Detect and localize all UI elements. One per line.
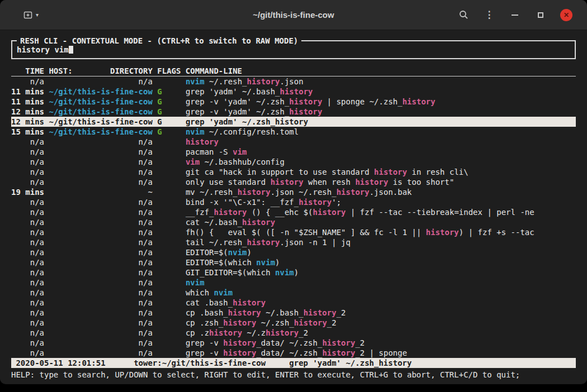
row-flags — [157, 178, 181, 187]
history-row[interactable]: n/a n/a cp .zhistory ~/.zhistory_2 — [11, 328, 576, 338]
row-flags: G — [157, 117, 181, 126]
gap — [181, 208, 185, 217]
history-row[interactable]: n/a n/a cat .bash_history — [11, 298, 576, 308]
history-row[interactable]: n/a n/a fh() { eval $( ([ -n "$ZSH_NAME"… — [11, 227, 576, 237]
history-row[interactable]: n/a n/a vim ~/.bashhub/config — [11, 157, 576, 167]
cmd-segment: history — [242, 218, 275, 227]
gap — [181, 248, 185, 257]
history-row[interactable]: n/a n/a EDITOR=$(nvim) — [11, 247, 576, 257]
gap — [181, 268, 185, 277]
row-time: 12 mins — [11, 117, 44, 126]
cmd-segment: history — [247, 238, 280, 247]
history-row[interactable]: 11 mins ~/git/this-is-fine-cow G grep -v… — [11, 97, 576, 107]
row-host: ~/git/this-is-fine-cow — [49, 97, 152, 106]
resh-search-box: RESH CLI - CONTEXTUAL MODE - (CTRL+R to … — [11, 40, 576, 59]
menu-button[interactable]: ⋮ — [483, 9, 495, 21]
history-row[interactable]: n/a n/a only use standard history when r… — [11, 177, 576, 187]
row-flags — [157, 228, 181, 237]
cmd-segment: () { __ehc $( — [247, 208, 313, 217]
search-button[interactable] — [457, 9, 470, 21]
history-row[interactable]: 15 mins ~/git/this-is-fine-cow G nvim ~/… — [11, 127, 576, 137]
cmd-segment: _data/ ~/.zsh_ — [256, 348, 322, 357]
history-row[interactable]: n/a n/a cp .zsh_history ~/.zsh_history_2 — [11, 318, 576, 328]
text-cursor — [69, 45, 73, 54]
row-host: n/a — [49, 157, 152, 166]
cmd-segment: history — [233, 298, 266, 307]
history-row[interactable]: n/a n/a grep -v history_data/ ~/.zsh_his… — [11, 338, 576, 348]
cmd-segment: ) — [275, 258, 280, 267]
history-row[interactable]: n/a n/a bind -x '"\C-x1": __fzf_history'… — [11, 197, 576, 207]
row-flags — [157, 318, 181, 327]
row-time: n/a — [11, 77, 44, 86]
cmd-segment: history — [228, 308, 261, 317]
history-row[interactable]: n/a n/a grep -v history_data/ ~/.zsh_his… — [11, 348, 576, 358]
cmd-segment: history — [266, 328, 299, 337]
history-row[interactable]: 12 mins ~/git/this-is-fine-cow G grep -v… — [11, 107, 576, 117]
cmd-segment: _2 | sponge — [355, 348, 407, 357]
row-time: n/a — [11, 328, 44, 337]
history-row[interactable]: n/a n/a pacman -S vim — [11, 147, 576, 157]
history-row[interactable]: n/a n/a GIT_EDITOR=$(which nvim) — [11, 267, 576, 278]
cmd-segment: only use standard — [186, 178, 271, 187]
history-row[interactable]: n/a n/a tail ~/.resh_history.json -n 1 |… — [11, 237, 576, 247]
cmd-segment: cp .zsh_ — [186, 318, 223, 327]
history-row[interactable]: n/a n/a EDITOR=$(which nvim) — [11, 257, 576, 267]
row-host: n/a — [49, 208, 152, 217]
chevron-down-icon: ▾ — [36, 12, 39, 18]
cmd-segment: is too short" — [388, 178, 454, 187]
row-time: n/a — [11, 348, 44, 357]
cmd-segment: ~/.zsh_ — [256, 318, 294, 327]
history-row[interactable]: n/a n/a cp .bash_history ~/.bash_history… — [11, 308, 576, 318]
history-row[interactable]: 12 mins ~/git/this-is-fine-cow G grep 'y… — [11, 117, 576, 127]
resh-mode-title: RESH CLI - CONTEXTUAL MODE - (CTRL+R to … — [17, 36, 301, 46]
row-time: n/a — [11, 308, 44, 317]
gap — [181, 318, 185, 327]
gap — [181, 308, 185, 317]
history-row[interactable]: n/a n/a cat ~/.bash_history — [11, 217, 576, 227]
search-input[interactable]: history vim — [17, 45, 570, 55]
desktop-background: ▾ ~/git/this-is-fine-cow ⋮ — [0, 0, 587, 392]
cmd-segment: ~/.z — [242, 328, 266, 337]
row-host: n/a — [49, 288, 152, 297]
history-row[interactable]: 11 mins ~/git/this-is-fine-cow G grep 'y… — [11, 87, 576, 97]
gap — [181, 107, 185, 116]
history-row[interactable]: n/a n/a nvim ~/.resh_history.json — [11, 77, 576, 87]
gap — [181, 168, 185, 176]
cmd-segment: history — [299, 198, 332, 207]
cmd-segment: .json -n 1 | jq — [280, 238, 351, 247]
row-host: n/a — [49, 298, 152, 307]
row-host: n/a — [49, 348, 152, 357]
gap — [181, 218, 185, 227]
minimize-button[interactable] — [509, 9, 521, 21]
titlebar-actions: ⋮ ✕ — [457, 9, 572, 21]
row-flags — [157, 338, 181, 347]
cmd-segment: grep -v — [186, 338, 223, 347]
minimize-icon — [512, 15, 518, 16]
new-tab-button[interactable]: ▾ — [20, 8, 42, 22]
history-row[interactable]: n/a n/a __fzf_history () { __ehc $(histo… — [11, 207, 576, 217]
kebab-menu-icon: ⋮ — [485, 10, 494, 20]
cmd-segment: history — [271, 178, 304, 187]
history-row[interactable]: n/a n/a which nvim — [11, 288, 576, 298]
cmd-segment: history — [322, 338, 355, 347]
row-host: n/a — [49, 77, 152, 86]
history-row[interactable]: n/a n/a nvim — [11, 278, 576, 288]
cmd-segment: history — [247, 77, 280, 86]
close-button[interactable]: ✕ — [560, 9, 572, 21]
cmd-segment: pacman -S — [186, 147, 233, 156]
gap — [181, 348, 185, 357]
row-flags — [157, 188, 181, 197]
cmd-segment: history — [280, 87, 313, 96]
history-row[interactable]: n/a n/a git ca "hack in support to use s… — [11, 167, 576, 177]
row-time: n/a — [11, 338, 44, 347]
row-flags — [157, 328, 181, 337]
restore-button[interactable] — [534, 9, 547, 21]
restore-icon — [538, 12, 543, 18]
row-host: n/a — [49, 248, 152, 257]
row-host: n/a — [49, 308, 152, 317]
cmd-segment: history — [374, 168, 407, 176]
cmd-segment: grep -v 'yadm' ~/.zsh_ — [186, 97, 289, 106]
row-time: n/a — [11, 157, 44, 166]
history-row[interactable]: n/a n/a history — [11, 137, 576, 147]
history-row[interactable]: 19 mins ~ mv ~/.resh_history.json ~/.res… — [11, 187, 576, 197]
